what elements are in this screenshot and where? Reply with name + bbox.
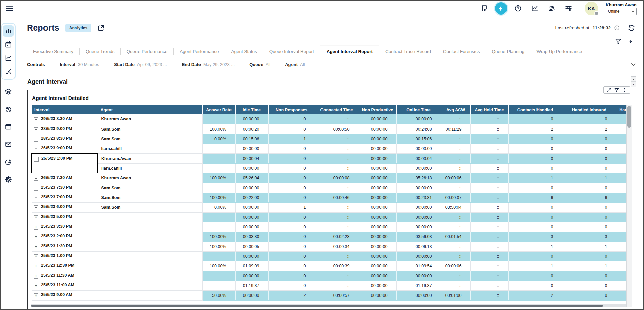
filter-icon[interactable] [615, 38, 622, 45]
metric-cell[interactable] [202, 114, 235, 124]
metric-cell[interactable]: 03:50:04 [441, 202, 470, 212]
metric-cell[interactable]: :: [441, 251, 470, 261]
metric-cell[interactable]: 100.00% [202, 173, 235, 183]
metric-cell[interactable]: :: [315, 281, 359, 290]
tab-contract-trace-record[interactable]: Contract Trace Record [379, 46, 437, 57]
collapse-row-icon[interactable]: − [34, 176, 38, 181]
refresh-icon[interactable] [628, 24, 635, 32]
expand-row-icon[interactable]: + [34, 215, 38, 220]
metric-cell[interactable]: :: [441, 242, 470, 251]
metric-cell[interactable]: 3 [508, 232, 562, 242]
metric-cell[interactable]: 0 [268, 232, 315, 242]
agent-cell[interactable]: liam.cahill [98, 163, 202, 173]
metric-cell[interactable]: 100.00% [202, 124, 235, 134]
metric-cell[interactable]: 00:23:31 [396, 193, 441, 202]
metric-cell[interactable]: 00:00:06 [441, 261, 470, 271]
interval-cell[interactable]: +25/5/23 2:00 PM [32, 232, 98, 242]
interval-cell[interactable]: −26/5/23 7:30 AM [32, 173, 98, 183]
control-queue[interactable]: QueueAll [249, 62, 270, 67]
tab-agent-performance[interactable]: Agent Performance [174, 46, 225, 57]
metric-cell[interactable]: 00:00:00 [359, 212, 396, 222]
metric-cell[interactable]: 0 [268, 251, 315, 261]
agent-cell[interactable] [98, 271, 202, 281]
scroll-down-icon[interactable]: ▼ [631, 82, 636, 87]
metric-cell[interactable]: 00:00:00 [235, 251, 268, 261]
sidebar-item-layers-icon[interactable] [3, 86, 14, 97]
help-icon[interactable] [512, 2, 524, 15]
metric-cell[interactable]: 0 [562, 251, 616, 261]
metric-cell[interactable]: 1 [508, 242, 562, 251]
interval-cell[interactable]: −28/5/23 8:30 PM [32, 134, 98, 144]
metric-cell[interactable]: :: [470, 290, 508, 300]
col-header-contacts-handled[interactable]: Contacts Handled [508, 105, 562, 114]
metric-cell[interactable]: 50.00% [202, 290, 235, 300]
agent-cell[interactable] [98, 281, 202, 290]
agent-cell[interactable] [98, 251, 202, 261]
metric-cell[interactable]: 00:00:00 [396, 114, 441, 124]
metric-cell[interactable]: 00:00:20 [235, 124, 268, 134]
agent-cell[interactable]: liam.cahill [98, 144, 202, 153]
metric-cell[interactable]: 00:00:57 [315, 290, 359, 300]
expand-row-icon[interactable]: + [34, 225, 38, 230]
col-header-connected-time[interactable]: Connected Time [315, 105, 359, 114]
metric-cell[interactable]: 00:00:00 [359, 153, 396, 163]
metric-cell[interactable]: :: [470, 114, 508, 124]
metric-cell[interactable]: 0 [508, 271, 562, 281]
metric-cell[interactable]: 00:00:00 [235, 222, 268, 232]
metric-cell[interactable]: :: [315, 271, 359, 281]
col-header-avg-hold-time[interactable]: Avg Hold Time [470, 105, 508, 114]
metric-cell[interactable]: 0 [508, 212, 562, 222]
control-end-date[interactable]: End DateMay 29, 2023 ... [182, 62, 235, 67]
metric-cell[interactable]: 0 [562, 222, 616, 232]
metric-cell[interactable]: 00:00:00 [359, 124, 396, 134]
metric-cell[interactable]: 00:00:39 [315, 261, 359, 271]
metric-cell[interactable]: 00:00:00 [359, 290, 396, 300]
metric-cell[interactable] [202, 222, 235, 232]
metric-cell[interactable]: 00:03:30 [235, 232, 268, 242]
metric-cell[interactable]: :: [315, 153, 359, 163]
metric-cell[interactable]: 0 [562, 163, 616, 173]
interval-cell[interactable]: −26/5/23 1:00 PM [32, 153, 98, 173]
metric-cell[interactable]: 6 [508, 193, 562, 202]
metric-cell[interactable]: 00:00:07 [441, 193, 470, 202]
kebab-menu-icon[interactable] [622, 88, 627, 92]
metric-cell[interactable]: 0 [508, 251, 562, 261]
metric-cell[interactable]: 6 [562, 193, 616, 202]
tab-contact-forensics[interactable]: Contact Forensics [437, 46, 486, 57]
metric-cell[interactable] [202, 271, 235, 281]
collapse-row-icon[interactable]: − [34, 186, 38, 191]
expand-row-icon[interactable]: + [34, 235, 38, 239]
metric-cell[interactable]: :: [470, 163, 508, 173]
metric-cell[interactable]: 00:00:00 [359, 251, 396, 261]
metric-cell[interactable]: 1 [268, 134, 315, 144]
metric-cell[interactable]: :: [470, 251, 508, 261]
metric-cell[interactable]: 00:02:23 [315, 232, 359, 242]
metric-cell[interactable]: 0 [562, 290, 616, 300]
metric-cell[interactable]: 00:00:05 [235, 242, 268, 251]
metric-cell[interactable]: 00:00:00 [396, 144, 441, 153]
expand-row-icon[interactable]: + [34, 245, 38, 249]
sidebar-item-window-icon[interactable] [3, 121, 14, 133]
tab-queue-planning[interactable]: Queue Planning [486, 46, 531, 57]
metric-cell[interactable]: 00:00:00 [396, 251, 441, 261]
metric-cell[interactable]: 00:11:29 [441, 124, 470, 134]
metric-cell[interactable]: 100.00% [202, 242, 235, 251]
metric-cell[interactable]: :: [470, 202, 508, 212]
metric-cell[interactable]: 00:00:00 [396, 163, 441, 173]
agent-cell[interactable]: Khurram.Awan [98, 153, 202, 163]
col-header-non-responses[interactable]: Non Responses [268, 105, 315, 114]
metric-cell[interactable]: 0 [508, 281, 562, 290]
metric-cell[interactable]: 0 [268, 144, 315, 153]
col-header-non-productive[interactable]: Non Productive [359, 105, 396, 114]
metric-cell[interactable]: 100.00% [202, 232, 235, 242]
metric-cell[interactable]: 00:15:06 [396, 134, 441, 144]
metric-cell[interactable]: :: [470, 212, 508, 222]
card-filter-icon[interactable] [614, 88, 619, 92]
interval-cell[interactable]: −26/5/23 9:00 PM [32, 144, 98, 153]
interval-cell[interactable]: −29/5/23 8:30 AM [32, 114, 98, 124]
metric-cell[interactable]: 01:09:09 [235, 261, 268, 271]
interval-cell[interactable]: +25/5/23 12:30 PM [32, 261, 98, 271]
metric-cell[interactable]: :: [470, 134, 508, 144]
metric-cell[interactable] [202, 183, 235, 193]
metric-cell[interactable]: 00:00:46 [315, 193, 359, 202]
